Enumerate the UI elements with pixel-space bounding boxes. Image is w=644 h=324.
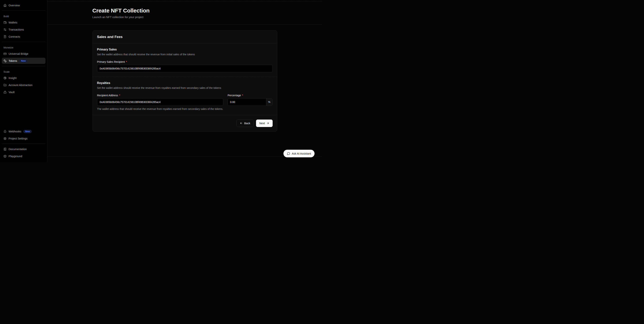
sidebar-item-webhooks[interactable]: Webhooks New <box>2 128 46 134</box>
sidebar-divider <box>2 42 46 42</box>
ask-ai-assistant-label: Ask AI Assistant <box>292 152 311 155</box>
coins-icon <box>4 59 6 62</box>
bell-icon <box>4 130 6 133</box>
sidebar-item-label: Documentation <box>8 148 27 151</box>
sales-and-fees-card: Sales and Fees Primary Sales Set the wal… <box>92 30 277 132</box>
book-icon <box>4 148 6 151</box>
primary-sales-recipient-input[interactable] <box>97 65 272 72</box>
arrows-left-right-icon <box>4 28 6 31</box>
sidebar-item-wallets[interactable]: Wallets <box>2 19 46 25</box>
lock-icon <box>4 91 6 94</box>
required-asterisk: * <box>119 94 120 97</box>
wallet-icon <box>4 21 6 24</box>
page-header: Create NFT Collection Launch an NFT coll… <box>48 1 322 24</box>
sidebar-item-label: Webhooks <box>8 130 21 133</box>
sidebar-item-tokens[interactable]: Tokens New <box>2 58 46 64</box>
sidebar-item-transactions[interactable]: Transactions <box>2 26 46 32</box>
sidebar-item-label: Playground <box>8 155 22 158</box>
required-asterisk: * <box>242 94 243 97</box>
sidebar-item-insight[interactable]: Insight <box>2 75 46 81</box>
card-header: Sales and Fees <box>92 30 277 43</box>
page-title: Create NFT Collection <box>92 7 277 14</box>
primary-sales-recipient-label: Primary Sales Recipient <box>97 60 125 63</box>
sidebar-item-overview[interactable]: Overview <box>2 2 46 8</box>
card-footer: Back Next <box>92 115 277 131</box>
arrow-right-icon <box>266 122 269 125</box>
sidebar-item-label: Universal Bridge <box>8 52 28 55</box>
back-button[interactable]: Back <box>236 120 254 127</box>
percent-suffix: % <box>266 98 272 106</box>
percentage-input-group: % <box>228 98 272 106</box>
card-region: Sales and Fees Primary Sales Set the wal… <box>48 30 322 132</box>
bottom-divider <box>48 156 322 157</box>
sidebar-spacer <box>2 96 46 128</box>
sidebar-item-label: Contracts <box>8 35 20 38</box>
sidebar-item-project-settings[interactable]: Project Settings <box>2 135 46 142</box>
next-button[interactable]: Next <box>256 120 272 127</box>
royalties-helper-text: The wallet address that should receive t… <box>97 107 272 110</box>
back-button-label: Back <box>244 122 250 125</box>
primary-sales-heading: Primary Sales <box>97 48 272 51</box>
cube-icon <box>4 155 6 158</box>
sidebar-item-label: Insight <box>8 76 16 79</box>
royalties-percentage-input[interactable] <box>228 98 266 106</box>
sidebar-item-label: Vault <box>8 91 14 94</box>
sidebar-item-contracts[interactable]: Contracts <box>2 33 46 40</box>
sidebar-item-vault[interactable]: Vault <box>2 89 46 95</box>
sidebar-item-label: Tokens <box>8 59 17 62</box>
sidebar-divider <box>2 66 46 66</box>
credit-card-icon <box>4 52 6 55</box>
new-badge: New <box>23 130 32 133</box>
package-search-icon <box>4 76 6 79</box>
primary-sales-description: Set the wallet address that should recei… <box>97 53 272 56</box>
sidebar-item-playground[interactable]: Playground <box>2 153 46 159</box>
primary-sales-section: Primary Sales Set the wallet address tha… <box>92 43 277 77</box>
sidebar-group-build: Build <box>2 15 46 18</box>
sidebar-item-label: Overview <box>8 4 20 7</box>
sidebar: Overview Build Wallets Transactions Cont… <box>0 0 48 162</box>
page-subtitle: Launch an NFT collection for your projec… <box>92 15 277 19</box>
royalties-percentage-label: Percentage <box>228 94 241 97</box>
home-icon <box>4 4 6 7</box>
sidebar-group-monetize: Monetize <box>2 46 46 49</box>
folder-dot-icon <box>4 84 6 87</box>
arrow-left-icon <box>240 122 242 125</box>
sidebar-item-label: Project Settings <box>8 137 28 140</box>
royalties-heading: Royalties <box>97 81 272 85</box>
required-asterisk: * <box>126 60 127 63</box>
royalties-description: Set the wallet address should receive th… <box>97 86 272 90</box>
sidebar-item-label: Account Abstraction <box>8 84 32 87</box>
chat-bubble-icon <box>287 152 290 155</box>
card-title: Sales and Fees <box>97 35 272 39</box>
sidebar-item-documentation[interactable]: Documentation <box>2 146 46 152</box>
new-badge: New <box>19 59 28 62</box>
sidebar-item-account-abstraction[interactable]: Account Abstraction <box>2 82 46 88</box>
royalties-recipient-label: Recipient Address <box>97 94 118 97</box>
ask-ai-assistant-button[interactable]: Ask AI Assistant <box>284 150 314 157</box>
gear-icon <box>4 137 6 140</box>
next-button-label: Next <box>260 122 265 125</box>
sidebar-item-label: Wallets <box>8 21 17 24</box>
royalties-section: Royalties Set the wallet address should … <box>92 77 277 115</box>
sidebar-group-scale: Scale <box>2 70 46 73</box>
sidebar-item-label: Transactions <box>8 28 24 31</box>
royalties-recipient-input[interactable] <box>97 98 223 106</box>
contract-file-icon <box>4 35 6 38</box>
sidebar-item-universal-bridge[interactable]: Universal Bridge <box>2 51 46 57</box>
